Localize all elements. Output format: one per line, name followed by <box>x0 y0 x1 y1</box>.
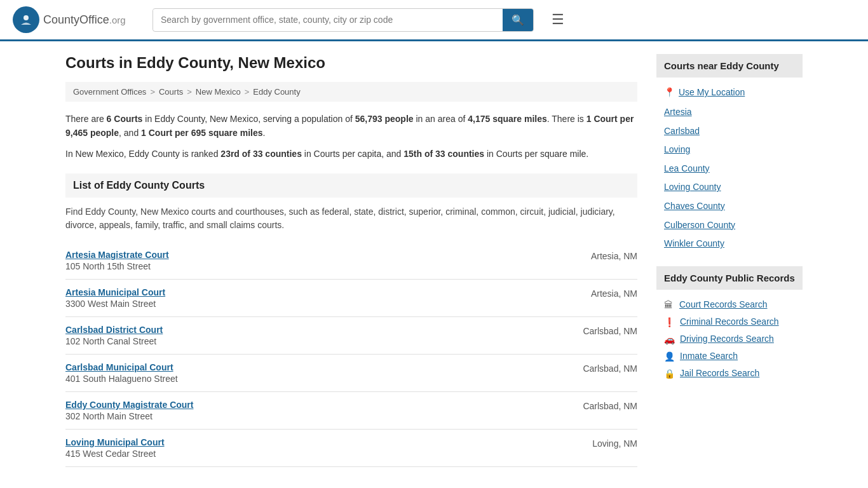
sidebar-nearby-link[interactable]: Chaves County <box>656 197 803 216</box>
sidebar-nearby-link[interactable]: Loving <box>656 140 803 159</box>
table-row: Loving Municipal Court 415 West Cedar St… <box>65 430 637 467</box>
sidebar-public-record-item: 🔒 Jail Records Search <box>656 365 803 382</box>
sidebar-nearby-link[interactable]: Carlsbad <box>656 122 803 141</box>
court-name-link[interactable]: Artesia Municipal Court <box>65 287 523 297</box>
breadcrumb-sep-1: > <box>150 87 155 97</box>
breadcrumb-link-government-offices[interactable]: Government Offices <box>73 87 146 97</box>
court-city: Carlsbad, NM <box>523 362 637 374</box>
breadcrumb-link-new-mexico[interactable]: New Mexico <box>196 87 241 97</box>
record-type-link[interactable]: Jail Records Search <box>680 368 759 378</box>
sidebar: Courts near Eddy County 📍 Use My Locatio… <box>656 54 803 467</box>
table-row: Carlsbad District Court 102 North Canal … <box>65 317 637 355</box>
list-description: Find Eddy County, New Mexico courts and … <box>65 205 637 232</box>
court-address: 102 North Canal Street <box>65 336 523 346</box>
sidebar-nearby-link[interactable]: Artesia <box>656 103 803 122</box>
court-info: Loving Municipal Court 415 West Cedar St… <box>65 437 523 459</box>
breadcrumb-link-courts[interactable]: Courts <box>159 87 183 97</box>
table-row: Eddy County Magistrate Court 302 North M… <box>65 392 637 430</box>
court-info: Artesia Municipal Court 3300 West Main S… <box>65 287 523 309</box>
sidebar-public-record-item: 🚗 Driving Records Search <box>656 330 803 348</box>
list-section-header: List of Eddy County Courts <box>65 173 637 198</box>
record-type-icon: 🔒 <box>664 369 675 379</box>
court-info: Artesia Magistrate Court 105 North 15th … <box>65 250 523 271</box>
sidebar-nearby-link[interactable]: Culberson County <box>656 216 803 235</box>
page-title: Courts in Eddy County, New Mexico <box>65 54 637 72</box>
logo-brand: CountyOffice <box>43 13 109 26</box>
public-records-box: Eddy County Public Records 🏛 Court Recor… <box>656 266 803 382</box>
logo-area: CountyOffice.org <box>13 6 140 33</box>
court-name-link[interactable]: Carlsbad Municipal Court <box>65 362 523 372</box>
court-city: Carlsbad, NM <box>523 400 637 411</box>
sidebar-nearby-link[interactable]: Lea County <box>656 159 803 179</box>
svg-point-1 <box>24 15 29 20</box>
breadcrumb-sep-2: > <box>187 87 192 97</box>
court-name-link[interactable]: Loving Municipal Court <box>65 437 523 447</box>
rank-sqmi: 15th of 33 counties <box>403 149 484 159</box>
courts-count: 6 Courts <box>107 114 143 124</box>
breadcrumb: Government Offices > Courts > New Mexico… <box>65 82 637 102</box>
record-type-icon: 👤 <box>664 351 675 362</box>
logo-icon <box>13 6 39 33</box>
stats-paragraph-1: There are 6 Courts in Eddy County, New M… <box>65 112 637 140</box>
court-city: Carlsbad, NM <box>523 325 637 336</box>
record-type-link[interactable]: Court Records Search <box>679 299 768 309</box>
population: 56,793 people <box>355 114 414 124</box>
nearby-courts-box: Courts near Eddy County 📍 Use My Locatio… <box>656 54 803 254</box>
record-type-icon: 🏛 <box>664 300 674 310</box>
public-records-title: Eddy County Public Records <box>656 266 803 290</box>
record-type-link[interactable]: Driving Records Search <box>680 334 774 344</box>
table-row: Artesia Municipal Court 3300 West Main S… <box>65 280 637 317</box>
content-area: Courts in Eddy County, New Mexico Govern… <box>65 54 637 467</box>
logo-text: CountyOffice.org <box>43 13 126 27</box>
court-address: 105 North 15th Street <box>65 261 523 271</box>
rank-capita: 23rd of 33 counties <box>220 149 302 159</box>
search-button[interactable]: 🔍 <box>503 9 533 31</box>
court-address: 302 North Main Street <box>65 411 523 421</box>
court-name-link[interactable]: Carlsbad District Court <box>65 325 523 335</box>
nearby-courts-title: Courts near Eddy County <box>656 54 803 78</box>
sidebar-nearby-link[interactable]: Winkler County <box>656 234 803 254</box>
menu-icon: ☰ <box>552 11 564 27</box>
court-name-link[interactable]: Eddy County Magistrate Court <box>65 400 523 410</box>
logo-suffix: .org <box>109 15 126 25</box>
court-address: 3300 West Main Street <box>65 299 523 309</box>
menu-button[interactable]: ☰ <box>546 9 569 30</box>
search-input[interactable] <box>153 10 503 30</box>
sidebar-public-record-item: 👤 Inmate Search <box>656 348 803 365</box>
sidebar-public-record-item: 🏛 Court Records Search <box>656 296 803 313</box>
table-row: Artesia Magistrate Court 105 North 15th … <box>65 242 637 280</box>
court-name-link[interactable]: Artesia Magistrate Court <box>65 250 523 260</box>
court-info: Eddy County Magistrate Court 302 North M… <box>65 400 523 421</box>
sidebar-public-record-item: ❗ Criminal Records Search <box>656 313 803 330</box>
record-type-link[interactable]: Inmate Search <box>680 351 738 361</box>
record-type-icon: ❗ <box>664 317 675 327</box>
record-type-link[interactable]: Criminal Records Search <box>680 316 779 327</box>
table-row: Carlsbad Municipal Court 401 South Halag… <box>65 355 637 392</box>
location-pin-icon: 📍 <box>664 87 675 97</box>
nearby-links-list: ArtesiaCarlsbadLovingLea CountyLoving Co… <box>656 103 803 254</box>
search-icon: 🔍 <box>512 15 524 25</box>
court-address: 415 West Cedar Street <box>65 449 523 459</box>
court-city: Artesia, NM <box>523 287 637 299</box>
court-per-sqmi: 1 Court per 695 square miles <box>141 128 262 138</box>
header: CountyOffice.org 🔍 ☰ <box>0 0 868 41</box>
sidebar-nearby-link[interactable]: Loving County <box>656 178 803 197</box>
stats-paragraph-2: In New Mexico, Eddy County is ranked 23r… <box>65 147 637 161</box>
use-my-location: 📍 Use My Location <box>656 84 803 100</box>
breadcrumb-sep-3: > <box>245 87 250 97</box>
breadcrumb-current: Eddy County <box>253 87 300 97</box>
use-my-location-link[interactable]: Use My Location <box>679 87 745 97</box>
court-address: 401 South Halagueno Street <box>65 374 523 384</box>
court-info: Carlsbad Municipal Court 401 South Halag… <box>65 362 523 384</box>
search-bar: 🔍 <box>153 8 534 32</box>
court-city: Loving, NM <box>523 437 637 449</box>
courts-list: Artesia Magistrate Court 105 North 15th … <box>65 242 637 467</box>
court-info: Carlsbad District Court 102 North Canal … <box>65 325 523 346</box>
court-city: Artesia, NM <box>523 250 637 261</box>
public-records-links-list: 🏛 Court Records Search ❗ Criminal Record… <box>656 296 803 382</box>
area: 4,175 square miles <box>468 114 547 124</box>
record-type-icon: 🚗 <box>664 334 675 344</box>
main-container: Courts in Eddy County, New Mexico Govern… <box>53 41 815 480</box>
